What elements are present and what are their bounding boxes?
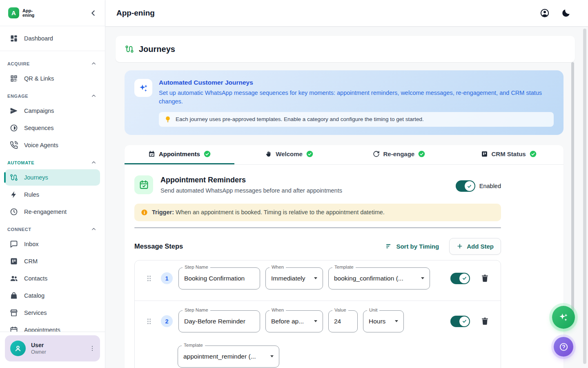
tab-appointments[interactable]: Appointments xyxy=(125,145,234,164)
sequence-icon xyxy=(10,124,18,132)
send-icon xyxy=(10,107,18,115)
sidebar-item-qr-links[interactable]: QR & Links xyxy=(5,70,100,87)
category-header: Appointment Reminders Send automated Wha… xyxy=(134,175,501,194)
sort-by-timing-button[interactable]: Sort by Timing xyxy=(385,243,439,250)
banner-tip: Each journey uses pre-approved templates… xyxy=(159,112,554,127)
tab-label: CRM Status xyxy=(492,150,526,157)
check-circle-icon xyxy=(306,150,313,157)
field-value: Booking Confirmation xyxy=(184,275,245,282)
sidebar-item-label: Appointments xyxy=(24,327,60,332)
field-value: Immediately xyxy=(271,275,305,282)
field-value[interactable]: Value24 xyxy=(328,310,358,332)
tab-label: Re-engage xyxy=(383,150,415,157)
field-label: When xyxy=(270,307,286,312)
step-toggle[interactable] xyxy=(450,316,470,327)
field-label: Unit xyxy=(367,307,379,312)
step-row-secondary: Templateappointment_reminder (... xyxy=(146,346,489,368)
account-button[interactable] xyxy=(540,8,550,18)
topbar-title: App-ening xyxy=(116,9,155,18)
page-title: Journeys xyxy=(139,45,175,54)
topbar: App-ening xyxy=(105,0,588,26)
field-step-name[interactable]: Step NameDay-Before Reminder xyxy=(178,310,260,332)
sidebar-item-catalog[interactable]: Catalog xyxy=(5,287,100,304)
sidebar-item-contacts[interactable]: Contacts xyxy=(5,270,100,287)
field-label: Value xyxy=(332,307,348,312)
sidebar-section-engage[interactable]: ENGAGE xyxy=(5,88,100,103)
sidebar-item-rules[interactable]: Rules xyxy=(5,186,100,203)
sidebar-item-label: Journeys xyxy=(24,174,48,181)
sidebar-item-re-engagement[interactable]: Re-engagement xyxy=(5,204,100,220)
field-when[interactable]: WhenBefore ap... xyxy=(265,310,323,332)
tab-re-engage[interactable]: Re-engage xyxy=(344,145,454,164)
sidebar-item-label: QR & Links xyxy=(24,75,54,82)
app-logo-text: App-ening xyxy=(22,9,34,18)
user-card[interactable]: User Owner xyxy=(5,335,100,361)
field-template[interactable]: Templateappointment_reminder (... xyxy=(178,346,279,368)
info-icon xyxy=(141,209,148,216)
field-value: Day-Before Reminder xyxy=(184,318,245,325)
content-scrollbar[interactable] xyxy=(571,62,574,323)
sidebar-section-connect[interactable]: CONNECT xyxy=(5,221,100,236)
sidebar-section-acquire[interactable]: ACQUIRE xyxy=(5,55,100,70)
sidebar-item-label: Sequences xyxy=(24,125,54,131)
sidebar-collapse-button[interactable] xyxy=(89,9,98,18)
field-value: appointment_reminder (... xyxy=(183,353,256,360)
step-toggle[interactable] xyxy=(450,273,470,284)
sparkles-icon xyxy=(558,312,569,323)
category-toggle[interactable] xyxy=(456,180,475,192)
tab-crm-status[interactable]: CRM Status xyxy=(454,145,564,164)
caret-down-icon xyxy=(314,320,317,322)
tab-bar: AppointmentsWelcomeRe-engageCRM Status xyxy=(125,145,564,165)
dark-mode-button[interactable] xyxy=(561,8,571,18)
category-subtitle: Send automated WhatsApp messages before … xyxy=(160,187,342,194)
sidebar-item-crm[interactable]: CRM xyxy=(5,253,100,269)
journeys-panel: AppointmentsWelcomeRe-engageCRM Status A… xyxy=(125,145,564,368)
step-actions xyxy=(450,273,489,284)
sidebar-header: A App-ening xyxy=(0,0,105,26)
sidebar-section-label: ACQUIRE xyxy=(7,61,30,66)
add-step-button[interactable]: Add Step xyxy=(449,238,501,255)
sparkles-tile xyxy=(134,79,152,97)
field-step-name[interactable]: Step NameBooking Confirmation xyxy=(178,267,260,289)
dots-vertical-icon xyxy=(89,345,96,352)
tab-label: Welcome xyxy=(276,150,303,157)
app-logo: A xyxy=(8,7,19,18)
user-menu-button[interactable] xyxy=(89,345,96,352)
field-template[interactable]: Templatebooking_confirmation (... xyxy=(328,267,430,289)
step-row-main: 1Step NameBooking ConfirmationWhenImmedi… xyxy=(146,267,489,289)
toggle-knob xyxy=(459,274,469,283)
sidebar-item-inbox[interactable]: Inbox xyxy=(5,236,100,252)
trash-icon[interactable] xyxy=(481,274,489,283)
route-icon xyxy=(10,173,18,182)
chevron-up-icon xyxy=(91,93,97,99)
sidebar-item-campaigns[interactable]: Campaigns xyxy=(5,103,100,119)
sidebar-item-label: Re-engagement xyxy=(24,209,67,215)
caret-down-icon xyxy=(270,355,274,357)
sidebar-item-journeys[interactable]: Journeys xyxy=(5,169,100,186)
field-when[interactable]: WhenImmediately xyxy=(265,267,323,289)
caret-down-icon xyxy=(421,277,424,279)
toggle-label: Enabled xyxy=(479,183,501,189)
sidebar-section-automate[interactable]: AUTOMATE xyxy=(5,154,100,169)
chevron-left-icon xyxy=(89,9,98,18)
tab-welcome[interactable]: Welcome xyxy=(234,145,344,164)
question-circle-icon xyxy=(559,342,568,352)
field-unit[interactable]: UnitHours xyxy=(363,310,404,332)
dashboard-icon xyxy=(10,34,18,43)
ai-assistant-fab[interactable] xyxy=(552,306,575,329)
sidebar-item-services[interactable]: Services xyxy=(5,305,100,321)
trash-icon[interactable] xyxy=(481,317,489,325)
main-column: App-ening Journeys xyxy=(105,0,588,368)
category-title: Appointment Reminders xyxy=(160,176,342,184)
help-fab[interactable] xyxy=(554,337,573,357)
phone-call-icon xyxy=(10,141,18,149)
sidebar-item-voice-agents[interactable]: Voice Agents xyxy=(5,137,100,153)
field-label: Step Name xyxy=(183,307,210,312)
plus-icon xyxy=(457,243,463,249)
sidebar: A App-ening DashboardACQUIREQR & LinksEN… xyxy=(0,0,105,368)
sidebar-item-label: Contacts xyxy=(24,275,47,282)
sidebar-item-appointments[interactable]: Appointments xyxy=(5,322,100,332)
window-scrollbar[interactable] xyxy=(583,29,586,364)
sidebar-item-sequences[interactable]: Sequences xyxy=(5,120,100,136)
sidebar-item-dashboard[interactable]: Dashboard xyxy=(5,30,100,47)
